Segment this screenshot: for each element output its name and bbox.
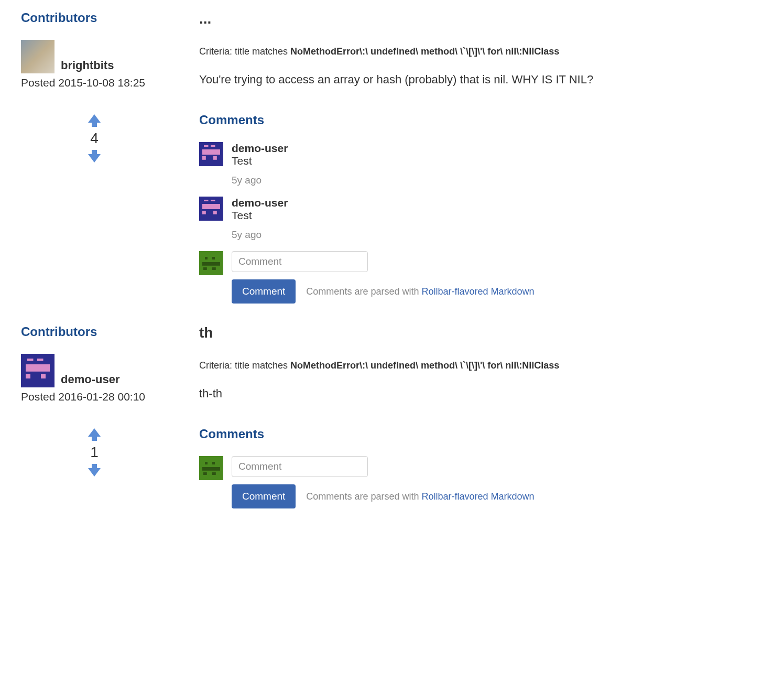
comment-username[interactable]: demo-user xyxy=(232,142,763,155)
comment-username[interactable]: demo-user xyxy=(232,197,763,209)
avatar xyxy=(199,456,223,480)
criteria: Criteria: title matches NoMethodError\:\… xyxy=(199,360,763,371)
vote-block: 1 xyxy=(21,428,168,477)
comment-hint: Comments are parsed with Rollbar-flavore… xyxy=(306,491,534,502)
posted-time: Posted 2015-10-08 18:25 xyxy=(21,77,168,89)
main-content: th Criteria: title matches NoMethodError… xyxy=(199,324,763,508)
arrow-up-icon xyxy=(88,428,101,437)
contributor: demo-user xyxy=(21,354,168,387)
comment-button[interactable]: Comment xyxy=(232,279,296,304)
vote-count: 4 xyxy=(90,130,99,147)
avatar xyxy=(21,40,55,73)
markdown-link[interactable]: Rollbar-flavored Markdown xyxy=(421,286,534,297)
comment-time: 5y ago xyxy=(232,175,763,186)
comment-time: 5y ago xyxy=(232,229,763,241)
criteria: Criteria: title matches NoMethodError\:\… xyxy=(199,46,763,57)
comments-heading: Comments xyxy=(199,427,763,441)
criteria-pattern: NoMethodError\:\ undefined\ method\ \`\[… xyxy=(290,360,559,371)
avatar xyxy=(21,354,55,387)
comment-text: Test xyxy=(232,155,763,167)
arrow-down-icon xyxy=(88,468,101,477)
criteria-pattern: NoMethodError\:\ undefined\ method\ \`\[… xyxy=(290,46,559,57)
entry-body: th-th xyxy=(199,387,763,400)
posted-time: Posted 2016-01-28 00:10 xyxy=(21,391,168,403)
entry-body: You're trying to access an array or hash… xyxy=(199,73,763,86)
upvote-button[interactable] xyxy=(88,114,101,127)
vote-block: 4 xyxy=(21,114,168,163)
main-content: ... Criteria: title matches NoMethodErro… xyxy=(199,10,763,304)
sidebar: Contributors demo-user Posted 2016-01-28… xyxy=(21,324,168,508)
markdown-link[interactable]: Rollbar-flavored Markdown xyxy=(421,491,534,502)
avatar xyxy=(199,142,223,166)
comment-form: Comment Comments are parsed with Rollbar… xyxy=(199,456,763,508)
sidebar: Contributors brightbits Posted 2015-10-0… xyxy=(21,10,168,304)
arrow-up-icon xyxy=(88,114,101,123)
avatar xyxy=(199,251,223,275)
comment: demo-user Test xyxy=(199,197,763,222)
contributor-username[interactable]: demo-user xyxy=(61,373,119,387)
arrow-down-icon xyxy=(88,154,101,163)
comment-form: Comment Comments are parsed with Rollbar… xyxy=(199,251,763,304)
entry: Contributors brightbits Posted 2015-10-0… xyxy=(21,10,763,304)
comment-input[interactable] xyxy=(232,456,368,477)
entry-title: th xyxy=(199,324,763,341)
contributor: brightbits xyxy=(21,40,168,73)
comment-hint: Comments are parsed with Rollbar-flavore… xyxy=(306,286,534,297)
upvote-button[interactable] xyxy=(88,428,101,441)
contributors-heading: Contributors xyxy=(21,324,168,339)
comment-text: Test xyxy=(232,209,763,222)
comment: demo-user Test xyxy=(199,142,763,167)
entry: Contributors demo-user Posted 2016-01-28… xyxy=(21,324,763,508)
contributors-heading: Contributors xyxy=(21,10,168,25)
downvote-button[interactable] xyxy=(88,464,101,477)
comment-input[interactable] xyxy=(232,251,368,272)
downvote-button[interactable] xyxy=(88,150,101,163)
avatar xyxy=(199,197,223,221)
contributor-username[interactable]: brightbits xyxy=(61,59,114,73)
vote-count: 1 xyxy=(90,444,99,461)
comments-heading: Comments xyxy=(199,113,763,127)
comment-button[interactable]: Comment xyxy=(232,484,296,508)
entry-title: ... xyxy=(199,10,763,27)
